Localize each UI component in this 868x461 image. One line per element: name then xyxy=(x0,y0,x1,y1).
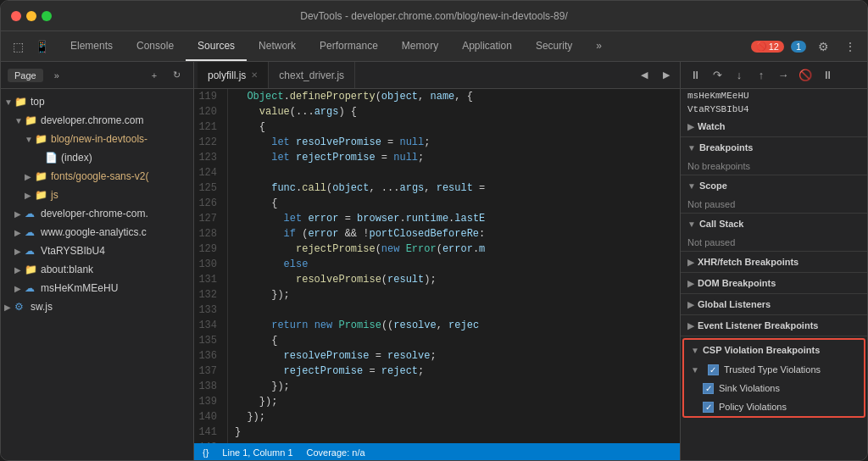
pause-btn[interactable]: ⏸ xyxy=(686,66,704,85)
code-body: 119 120 121 122 123 124 125 126 127 128 … xyxy=(194,89,680,443)
call-stack-label: Call Stack xyxy=(699,219,744,229)
tree-item-index[interactable]: ▶ 📄 (index) xyxy=(1,148,193,167)
event-listener-label: Event Listener Breakpoints xyxy=(698,320,818,330)
dont-pause-exceptions-btn[interactable]: ⏸ xyxy=(818,66,837,85)
tree-label-index: (index) xyxy=(61,152,92,164)
sync-icon[interactable]: ↻ xyxy=(166,65,186,86)
code-line-135: { xyxy=(235,333,673,348)
code-line-136: resolvePromise = resolve; xyxy=(235,348,673,364)
code-content[interactable]: Object.defineProperty(object, name, { va… xyxy=(228,89,680,443)
close-polyfill-icon[interactable]: ✕ xyxy=(251,70,258,80)
next-tab-icon[interactable]: ▶ xyxy=(656,65,676,86)
more-tabs-icon[interactable]: » xyxy=(47,65,67,86)
scope-content: Not paused xyxy=(681,196,867,213)
maximize-button[interactable] xyxy=(42,11,52,21)
curly-braces-icon[interactable]: {} xyxy=(203,447,209,458)
breakpoints-section: Breakpoints No breakpoints xyxy=(681,137,867,175)
more-tabs[interactable]: » xyxy=(584,31,614,61)
code-line-129: rejectPromise(new Error(error.m xyxy=(235,242,673,257)
watch-header[interactable]: Watch xyxy=(681,116,867,136)
error-badge[interactable]: 🚫 12 xyxy=(751,41,784,53)
tree-item-fonts[interactable]: ▶ 📁 fonts/google-sans-v2( xyxy=(1,167,193,186)
code-line-122: let resolvePromise = null; xyxy=(235,135,673,150)
device-icon[interactable]: 📱 xyxy=(31,36,52,57)
file-tree-panel: Page » + ↻ ▼ 📁 top ▼ 📁 developer.chrome.… xyxy=(1,62,194,461)
tree-item-chrome[interactable]: ▼ 📁 developer.chrome.com xyxy=(1,111,193,130)
step-out-btn[interactable]: ↑ xyxy=(752,66,771,85)
code-tab-nav: ◀ ▶ xyxy=(634,65,676,86)
tree-item-swjs[interactable]: ▶ ⚙ sw.js xyxy=(1,297,193,316)
tab-sources[interactable]: Sources xyxy=(186,31,247,61)
xhr-section: XHR/fetch Breakpoints xyxy=(681,252,867,273)
xhr-header[interactable]: XHR/fetch Breakpoints xyxy=(681,252,867,272)
tree-item-google-analytics[interactable]: ▶ ☁ www.google-analytics.c xyxy=(1,223,193,242)
code-tab-chext[interactable]: chext_driver.js xyxy=(269,62,355,88)
policy-violations-item[interactable]: Policy Violations xyxy=(684,397,864,416)
tab-security[interactable]: Security xyxy=(524,31,584,61)
warning-badge[interactable]: 1 xyxy=(791,41,806,53)
tab-console[interactable]: Console xyxy=(125,31,186,61)
code-line-128: if (error && !portClosedBeforeRe: xyxy=(235,226,673,242)
more-options-icon[interactable]: ⋮ xyxy=(840,36,860,57)
event-listener-header[interactable]: Event Listener Breakpoints xyxy=(681,315,867,336)
tree-label-mshe: msHeKmMEeHU xyxy=(41,282,118,294)
scope-header[interactable]: Scope xyxy=(681,175,867,196)
cursor-position: Line 1, Column 1 xyxy=(222,447,292,458)
step-btn[interactable]: → xyxy=(774,66,793,85)
scope-label: Scope xyxy=(699,181,727,191)
inspect-icon[interactable]: ⬚ xyxy=(8,36,28,57)
tree-label-vtarys: VtaRYSBIbU4 xyxy=(41,245,105,257)
traffic-lights xyxy=(11,11,52,21)
tree-label-js: js xyxy=(51,189,58,201)
breakpoints-header[interactable]: Breakpoints xyxy=(681,137,867,158)
page-tab[interactable]: Page xyxy=(8,69,43,82)
tree-item-blog[interactable]: ▼ 📁 blog/new-in-devtools- xyxy=(1,130,193,148)
tree-item-vtarys[interactable]: ▶ ☁ VtaRYSBIbU4 xyxy=(1,242,193,260)
code-line-132: }); xyxy=(235,287,673,303)
code-tab-polyfill[interactable]: polyfill.js ✕ xyxy=(198,62,269,88)
code-line-134: return new Promise((resolve, rejec xyxy=(235,318,673,333)
tree-item-js[interactable]: ▶ 📁 js xyxy=(1,186,193,204)
policy-violations-checkbox[interactable] xyxy=(703,402,714,413)
minimize-button[interactable] xyxy=(26,11,36,21)
watch-value-vtarys: VtaRYSBIbU4 xyxy=(681,103,867,116)
policy-violations-label: Policy Violations xyxy=(719,402,787,412)
tab-performance[interactable]: Performance xyxy=(308,31,390,61)
dom-header[interactable]: DOM Breakpoints xyxy=(681,273,867,293)
tree-item-top[interactable]: ▼ 📁 top xyxy=(1,92,193,111)
step-over-btn[interactable]: ↷ xyxy=(708,66,726,85)
tree-label-about-blank: about:blank xyxy=(41,264,93,275)
call-stack-header[interactable]: Call Stack xyxy=(681,214,867,234)
step-into-btn[interactable]: ↓ xyxy=(730,66,748,85)
main-area: Page » + ↻ ▼ 📁 top ▼ 📁 developer.chrome.… xyxy=(1,62,867,461)
csp-header[interactable]: CSP Violation Breakpoints xyxy=(684,340,864,360)
sink-violations-checkbox[interactable] xyxy=(703,383,714,394)
dom-label: DOM Breakpoints xyxy=(698,278,776,288)
settings-icon[interactable]: ⚙ xyxy=(813,36,833,57)
trusted-type-checkbox[interactable] xyxy=(708,364,719,375)
scope-status: Not paused xyxy=(687,199,735,209)
sink-violations-item[interactable]: Sink Violations xyxy=(684,379,864,397)
new-file-icon[interactable]: + xyxy=(144,65,164,86)
watch-section: Watch xyxy=(681,116,867,137)
code-line-120: value(...args) { xyxy=(235,104,673,119)
tab-network[interactable]: Network xyxy=(247,31,308,61)
scope-section: Scope Not paused xyxy=(681,175,867,214)
code-tab-chext-label: chext_driver.js xyxy=(279,69,344,81)
prev-tab-icon[interactable]: ◀ xyxy=(634,65,654,86)
tab-memory[interactable]: Memory xyxy=(390,31,450,61)
tree-item-mshe[interactable]: ▶ ☁ msHeKmMEeHU xyxy=(1,279,193,297)
tree-item-dev-chrome[interactable]: ▶ ☁ developer-chrome-com. xyxy=(1,204,193,223)
global-listeners-header[interactable]: Global Listeners xyxy=(681,294,867,314)
call-stack-arrow xyxy=(687,219,696,229)
tab-application[interactable]: Application xyxy=(450,31,524,61)
tree-item-about-blank[interactable]: ▶ 📁 about:blank xyxy=(1,260,193,279)
code-line-124 xyxy=(235,165,673,181)
trusted-type-violations-item[interactable]: Trusted Type Violations xyxy=(684,360,864,379)
tree-label-top: top xyxy=(31,96,45,108)
deactivate-breakpoints-btn[interactable]: 🚫 xyxy=(796,66,815,85)
status-bar: {} Line 1, Column 1 Coverage: n/a xyxy=(194,443,680,461)
close-button[interactable] xyxy=(11,11,21,21)
watch-value-mshe: msHeKmMEeHU xyxy=(681,89,867,103)
tab-elements[interactable]: Elements xyxy=(58,31,125,61)
